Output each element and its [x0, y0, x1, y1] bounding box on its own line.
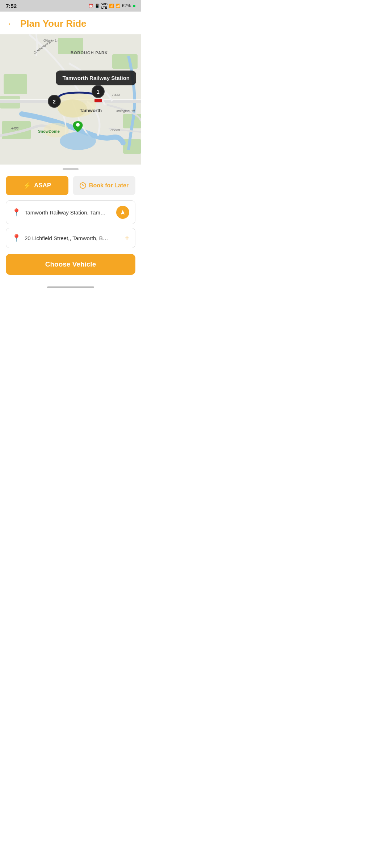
- signal-icon: 📶: [109, 4, 114, 8]
- home-indicator: [0, 284, 141, 290]
- navigate-button[interactable]: [116, 206, 129, 219]
- signal2-icon: 📶: [115, 4, 121, 8]
- dropoff-field[interactable]: 📍 20 Lichfield Street,, Tamworth, B… +: [6, 228, 135, 248]
- drag-handle-area: [0, 165, 141, 172]
- svg-text:Amington Rd: Amington Rd: [115, 109, 135, 113]
- svg-text:A513: A513: [112, 93, 120, 97]
- book-later-label: Book for Later: [89, 182, 129, 189]
- map-area[interactable]: A513 A453 B5000 Amington Rd Comberford R…: [0, 34, 141, 165]
- lightning-icon: ⚡: [23, 182, 31, 190]
- pickup-field[interactable]: 📍 Tamworth Railway Station, Tam…: [6, 200, 135, 224]
- svg-rect-2: [4, 74, 27, 94]
- svg-text:2: 2: [53, 99, 56, 105]
- svg-point-13: [60, 132, 96, 150]
- battery-dot: [133, 5, 135, 7]
- navigation-icon: [120, 209, 126, 215]
- pickup-text: Tamworth Railway Station, Tam…: [25, 209, 113, 216]
- svg-text:1: 1: [97, 89, 100, 95]
- page-title: Plan Your Ride: [20, 18, 87, 29]
- svg-text:A453: A453: [10, 127, 18, 130]
- svg-point-31: [76, 123, 80, 127]
- status-icons: ⏰ 📳 VoBLTE 📶 📶 62%: [88, 2, 135, 9]
- status-bar: 7:52 ⏰ 📳 VoBLTE 📶 📶 62%: [0, 0, 141, 12]
- dropoff-text: 20 Lichfield Street,, Tamworth, B…: [25, 235, 121, 241]
- svg-rect-26: [94, 99, 102, 102]
- add-stop-button[interactable]: +: [125, 233, 129, 243]
- choose-vehicle-button[interactable]: Choose Vehicle: [6, 254, 135, 275]
- book-later-button[interactable]: Book for Later: [73, 176, 135, 195]
- pickup-pin-icon: 📍: [12, 208, 21, 217]
- station-popup: Tamworth Railway Station: [56, 71, 136, 85]
- bottom-panel: ⚡ ASAP Book for Later 📍 Tamworth Railway…: [0, 172, 141, 284]
- svg-text:B5000: B5000: [110, 128, 120, 132]
- dropoff-pin-icon: 📍: [12, 234, 21, 242]
- battery-level: 62%: [122, 3, 131, 8]
- clock-icon: [80, 182, 86, 189]
- svg-text:SnowDome: SnowDome: [38, 129, 60, 133]
- svg-rect-6: [123, 139, 141, 154]
- svg-rect-4: [112, 54, 138, 69]
- asap-button[interactable]: ⚡ ASAP: [6, 176, 68, 195]
- status-time: 7:52: [6, 3, 17, 9]
- vibrate-icon: 📳: [95, 4, 100, 8]
- svg-text:Gillway Ln: Gillway Ln: [43, 39, 59, 42]
- station-label: Tamworth Railway Station: [62, 75, 130, 81]
- home-bar: [47, 286, 94, 288]
- booking-options-row: ⚡ ASAP Book for Later: [6, 176, 135, 195]
- back-button[interactable]: ←: [7, 19, 15, 29]
- svg-text:BOROUGH PARK: BOROUGH PARK: [71, 51, 108, 55]
- header: ← Plan Your Ride: [0, 12, 141, 34]
- volte-icon: VoBLTE: [101, 2, 108, 9]
- alarm-icon: ⏰: [88, 4, 93, 8]
- drag-bar: [63, 168, 79, 170]
- asap-label: ASAP: [34, 182, 51, 189]
- svg-text:Tamworth: Tamworth: [80, 108, 102, 113]
